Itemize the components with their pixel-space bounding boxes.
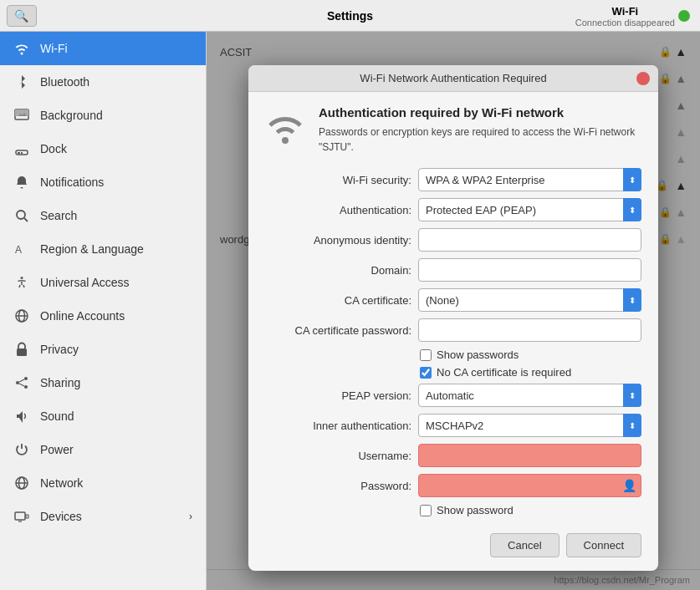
- anonymous-identity-control: [418, 228, 641, 252]
- sidebar-item-sound[interactable]: Sound: [0, 399, 206, 433]
- ca-certificate-label: CA certificate:: [265, 294, 411, 307]
- wifi-large-icon: [265, 109, 305, 149]
- anonymous-identity-label: Anonymous identity:: [265, 234, 411, 247]
- power-icon: [13, 441, 30, 458]
- privacy-icon: [13, 341, 30, 358]
- sidebar-item-label: Bluetooth: [40, 75, 89, 89]
- show-passwords-checkbox[interactable]: [420, 349, 432, 361]
- wifi-security-control: WPA & WPA2 Enterprise ⬍: [418, 168, 641, 191]
- sidebar-item-wifi[interactable]: Wi-Fi: [0, 32, 206, 65]
- username-input[interactable]: [418, 444, 641, 467]
- password-input[interactable]: [418, 474, 641, 497]
- ca-cert-password-input[interactable]: [418, 318, 641, 342]
- inner-auth-row: Inner authentication: MSCHAPv2 ⬍: [265, 414, 641, 437]
- cancel-button[interactable]: Cancel: [490, 533, 559, 557]
- authentication-control: Protected EAP (PEAP) ⬍: [418, 198, 641, 221]
- ca-certificate-select[interactable]: (None): [418, 288, 641, 312]
- sidebar-item-privacy[interactable]: Privacy: [0, 333, 206, 366]
- dock-icon: [13, 140, 30, 157]
- username-label: Username:: [265, 450, 411, 462]
- sidebar-item-label: Online Accounts: [40, 309, 125, 323]
- modal-close-button[interactable]: [636, 72, 650, 85]
- sidebar-item-sharing[interactable]: Sharing: [0, 366, 206, 399]
- network-icon: [13, 475, 30, 491]
- sidebar: Wi-Fi Bluetooth Background: [0, 32, 207, 590]
- domain-label: Domain:: [265, 264, 411, 277]
- no-ca-cert-checkbox[interactable]: [420, 367, 432, 379]
- sidebar-item-background[interactable]: Background: [0, 99, 206, 132]
- search-button[interactable]: 🔍: [7, 5, 37, 27]
- wifi-security-select-wrapper: WPA & WPA2 Enterprise ⬍: [418, 168, 641, 191]
- ca-cert-password-control: [418, 318, 641, 342]
- ca-certificate-control: (None) ⬍: [418, 288, 641, 312]
- svg-rect-3: [18, 152, 20, 154]
- authentication-label: Authentication:: [265, 204, 411, 216]
- peap-version-select-wrapper: Automatic ⬍: [418, 384, 641, 407]
- inner-auth-select-wrapper: MSCHAPv2 ⬍: [418, 414, 641, 437]
- sidebar-item-label: Sound: [40, 409, 74, 423]
- svg-rect-21: [15, 512, 25, 520]
- sidebar-item-network[interactable]: Network: [0, 466, 206, 500]
- universal-access-icon: [13, 274, 30, 291]
- sidebar-item-label: Search: [40, 209, 77, 222]
- sidebar-item-online-accounts[interactable]: Online Accounts: [0, 299, 206, 333]
- inner-auth-select[interactable]: MSCHAPv2: [418, 414, 641, 437]
- sidebar-item-label: Devices: [40, 510, 82, 523]
- auth-dialog: Wi-Fi Network Authentication Required Au…: [248, 65, 658, 571]
- svg-point-13: [16, 381, 19, 384]
- sidebar-item-search[interactable]: Search: [0, 199, 206, 232]
- wifi-security-label: Wi-Fi security:: [265, 174, 411, 186]
- sidebar-item-label: Dock: [40, 142, 67, 155]
- status-dot: [678, 10, 690, 22]
- inner-auth-label: Inner authentication:: [265, 420, 411, 432]
- sidebar-item-bluetooth[interactable]: Bluetooth: [0, 65, 206, 99]
- wifi-subtitle: Connection disappeared: [575, 17, 675, 27]
- password-field-wrapper: 👤: [418, 474, 641, 497]
- sidebar-item-label: Privacy: [40, 343, 79, 356]
- sidebar-item-region[interactable]: A Region & Language: [0, 232, 206, 266]
- search-nav-icon: [13, 207, 30, 224]
- show-password-row: Show password: [420, 504, 641, 516]
- bluetooth-icon: [13, 74, 30, 90]
- username-control: [418, 444, 641, 467]
- domain-row: Domain:: [265, 258, 641, 282]
- sidebar-item-power[interactable]: Power: [0, 433, 206, 466]
- peap-version-label: PEAP version:: [265, 389, 411, 402]
- sidebar-item-universal-access[interactable]: Universal Access: [0, 266, 206, 299]
- inner-auth-control: MSCHAPv2 ⬍: [418, 414, 641, 437]
- sidebar-item-label: Region & Language: [40, 242, 144, 256]
- main-layout: Wi-Fi Bluetooth Background: [0, 32, 700, 590]
- title-bar-center: Settings: [327, 9, 373, 23]
- connect-button[interactable]: Connect: [566, 533, 641, 557]
- sidebar-item-label: Wi-Fi: [40, 42, 68, 55]
- domain-input[interactable]: [418, 258, 641, 282]
- region-icon: A: [13, 241, 30, 257]
- password-row: Password: 👤: [265, 474, 641, 497]
- anonymous-identity-input[interactable]: [418, 228, 641, 252]
- ca-cert-password-row: CA certificate password:: [265, 318, 641, 342]
- modal-body: Authentication required by Wi-Fi network…: [248, 92, 658, 571]
- svg-point-8: [21, 277, 23, 279]
- app-title: Settings: [327, 9, 373, 23]
- wifi-security-row: Wi-Fi security: WPA & WPA2 Enterprise ⬍: [265, 168, 641, 191]
- wifi-icon: [13, 40, 30, 57]
- sidebar-item-dock[interactable]: Dock: [0, 132, 206, 165]
- svg-line-6: [24, 218, 28, 221]
- peap-version-control: Automatic ⬍: [418, 384, 641, 407]
- svg-point-15: [24, 385, 28, 389]
- svg-rect-4: [21, 152, 23, 154]
- wifi-status: Wi-Fi Connection disappeared: [575, 4, 675, 27]
- authentication-select[interactable]: Protected EAP (PEAP): [418, 198, 641, 221]
- wifi-name: Wi-Fi: [575, 4, 675, 17]
- show-password-checkbox[interactable]: [420, 505, 432, 516]
- modal-title: Wi-Fi Network Authentication Required: [360, 72, 546, 84]
- svg-line-16: [19, 379, 24, 382]
- peap-version-select[interactable]: Automatic: [418, 384, 641, 407]
- modal-heading: Authentication required by Wi-Fi network: [319, 105, 641, 120]
- wifi-security-select[interactable]: WPA & WPA2 Enterprise: [418, 168, 641, 191]
- svg-rect-22: [26, 515, 28, 518]
- sidebar-item-devices[interactable]: Devices ›: [0, 500, 206, 533]
- sidebar-item-notifications[interactable]: Notifications: [0, 165, 206, 199]
- svg-text:A: A: [15, 244, 22, 256]
- online-accounts-icon: [13, 308, 30, 324]
